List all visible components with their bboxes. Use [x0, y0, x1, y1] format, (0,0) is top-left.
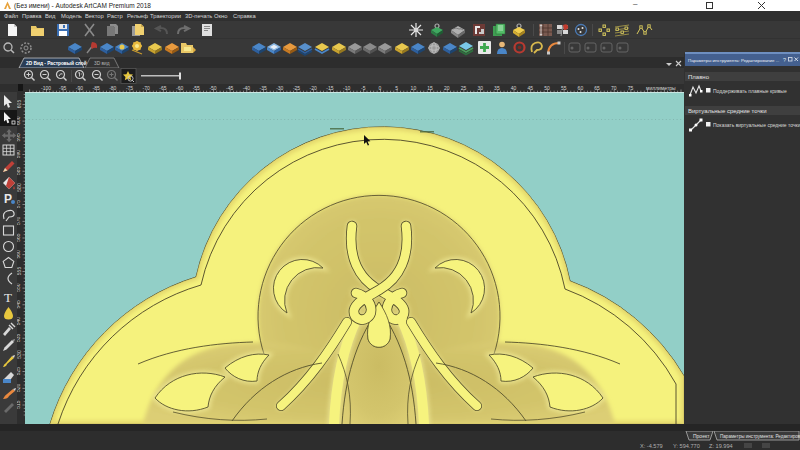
svg-text:575: 575 [17, 200, 22, 209]
svg-text:Вектор: Вектор [85, 13, 104, 19]
svg-text:40: 40 [511, 85, 517, 91]
svg-text:-10: -10 [343, 85, 350, 91]
svg-text:75: 75 [628, 85, 634, 91]
svg-text:-20: -20 [310, 85, 317, 91]
svg-text:-25: -25 [293, 85, 300, 91]
svg-text:590: 590 [17, 150, 22, 159]
svg-text:65: 65 [594, 85, 600, 91]
svg-text:-80: -80 [109, 85, 116, 91]
svg-text:-65: -65 [159, 85, 166, 91]
svg-text:Файл: Файл [4, 13, 18, 19]
svg-text:15: 15 [427, 85, 433, 91]
svg-text:3D вид: 3D вид [94, 61, 110, 66]
svg-text:580: 580 [17, 183, 22, 192]
svg-text:20: 20 [444, 85, 450, 91]
svg-text:535: 535 [17, 333, 22, 342]
svg-text:-95: -95 [59, 85, 66, 91]
svg-text:-90: -90 [76, 85, 83, 91]
svg-text:30: 30 [477, 85, 483, 91]
svg-text:525: 525 [17, 367, 22, 376]
svg-text:35: 35 [494, 85, 500, 91]
svg-text:миллиметры: миллиметры [646, 85, 676, 91]
svg-text:545: 545 [17, 300, 22, 309]
svg-text:-30: -30 [276, 85, 283, 91]
svg-text:Растр: Растр [107, 13, 123, 19]
svg-text:T: T [4, 290, 12, 305]
svg-text:-75: -75 [126, 85, 133, 91]
svg-text:Параметры инструмента: Редакти: Параметры инструмента: Редактиров... [720, 434, 800, 439]
svg-text:-40: -40 [243, 85, 250, 91]
svg-text:570: 570 [17, 217, 22, 226]
svg-text:Модель: Модель [61, 13, 82, 19]
svg-text:-35: -35 [259, 85, 266, 91]
svg-text:515: 515 [17, 400, 22, 409]
svg-text:530: 530 [17, 350, 22, 359]
svg-text:Окно: Окно [214, 13, 227, 19]
svg-text:-70: -70 [143, 85, 150, 91]
svg-text:P: P [4, 192, 12, 206]
svg-text:Виртуальные средние точки: Виртуальные средние точки [688, 108, 767, 114]
svg-text:60: 60 [578, 85, 584, 91]
svg-text:Траектории: Траектории [150, 13, 181, 19]
svg-text:Проект: Проект [693, 433, 710, 439]
svg-text:600: 600 [17, 116, 22, 125]
svg-text:Y: 594.770: Y: 594.770 [673, 443, 700, 449]
svg-text:2D Вид - Растровый слой: 2D Вид - Растровый слой [26, 60, 87, 66]
svg-text:-45: -45 [226, 85, 233, 91]
svg-text:Показать виртуальные средние т: Показать виртуальные средние точки [713, 122, 800, 128]
svg-text:50: 50 [544, 85, 550, 91]
svg-text:565: 565 [17, 233, 22, 242]
svg-text:0: 0 [379, 85, 382, 91]
svg-text:555: 555 [17, 267, 22, 276]
svg-text:45: 45 [528, 85, 534, 91]
svg-text:Вид: Вид [45, 13, 56, 19]
svg-text:-15: -15 [326, 85, 333, 91]
svg-text:520: 520 [17, 384, 22, 393]
svg-text:560: 560 [17, 250, 22, 259]
svg-text:?: ? [783, 57, 786, 63]
svg-text:10: 10 [411, 85, 417, 91]
svg-text:X: -4.579: X: -4.579 [640, 443, 663, 449]
svg-text:550: 550 [17, 283, 22, 292]
svg-text:585: 585 [17, 166, 22, 175]
svg-text:-60: -60 [176, 85, 183, 91]
svg-text:-100: -100 [41, 85, 51, 91]
svg-text:540: 540 [17, 317, 22, 326]
svg-text:Справка: Справка [233, 13, 257, 19]
svg-text:55: 55 [561, 85, 567, 91]
svg-text:70: 70 [611, 85, 617, 91]
svg-text:605: 605 [17, 100, 22, 109]
svg-text:5: 5 [395, 85, 398, 91]
svg-text:Поддерживать плавные кривые: Поддерживать плавные кривые [713, 88, 787, 94]
svg-text:Рельеф: Рельеф [127, 13, 148, 19]
svg-text:25: 25 [461, 85, 467, 91]
svg-text:-50: -50 [209, 85, 216, 91]
svg-text:-55: -55 [193, 85, 200, 91]
svg-text:-5: -5 [361, 85, 366, 91]
svg-text:595: 595 [17, 133, 22, 142]
svg-text:Параметры инструмента: Редакти: Параметры инструмента: Редактирование ..… [688, 58, 779, 63]
svg-text:Правка: Правка [22, 13, 42, 19]
svg-text:-85: -85 [92, 85, 99, 91]
svg-text:3D-печать: 3D-печать [185, 13, 212, 19]
svg-text:Z: 19.994: Z: 19.994 [709, 443, 733, 449]
svg-text:Плавно: Плавно [688, 74, 710, 80]
